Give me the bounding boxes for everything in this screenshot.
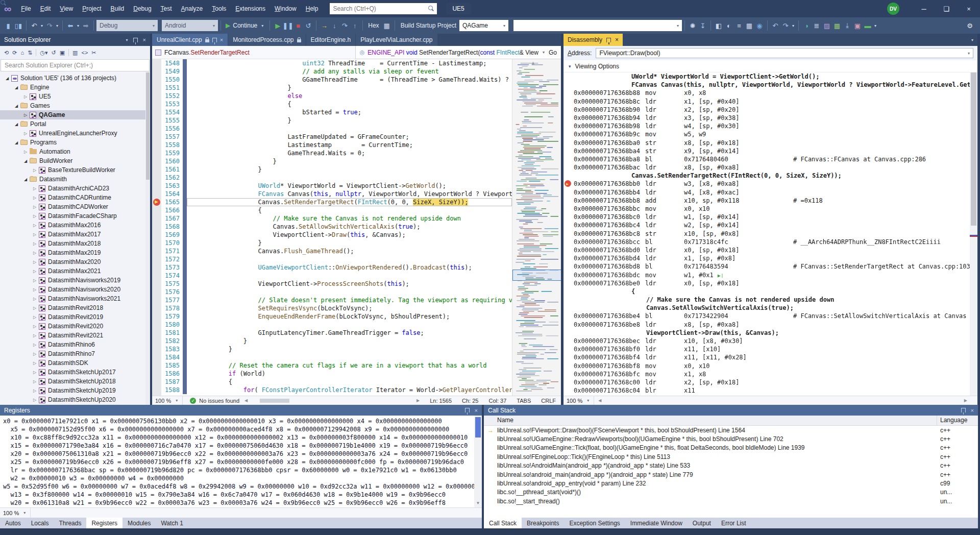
bottom-tab-output[interactable]: Output (688, 518, 716, 528)
expander-closed-icon[interactable]: ▷ (31, 232, 39, 237)
minimize-button[interactable]: ─ (913, 0, 935, 17)
disassembly-instruction[interactable]: 0x0000007176368bc8strx10, [sp, #0x8] (564, 230, 977, 238)
bottom-tab-breakpoints[interactable]: Breakpoints (522, 518, 564, 528)
menu-view[interactable]: View (55, 3, 78, 14)
disassembly-instruction[interactable]: 0x0000007176368be8ldrx8, [sp, #0xa8] (564, 321, 977, 329)
tree-item-buildworker[interactable]: ◢BuildWorker (0, 156, 150, 165)
dropdown-caret-icon[interactable]: ▾ (55, 23, 60, 28)
code-line-1554[interactable]: 1554bStarted = true; (161, 108, 512, 116)
expander-closed-icon[interactable]: ▷ (31, 241, 39, 246)
expander-open-icon[interactable]: ◢ (21, 159, 30, 163)
code-line-1569[interactable]: 1569ViewportClient->Draw(this, &Canvas); (161, 231, 512, 239)
code-line-1549[interactable]: 1549// add any stalls via sleep or feven… (161, 67, 512, 76)
go-button[interactable]: Go (549, 49, 557, 56)
disassembly-instruction[interactable]: 0x0000007176368becldrx10, [x8, #0x30] (564, 337, 977, 345)
bug-icon[interactable]: ▩ (832, 20, 842, 31)
minimap-scrollbar[interactable]: ▲ (512, 59, 561, 396)
tab-playlevelvialauncher-cpp[interactable]: PlayLevelViaLauncher.cpp (356, 34, 437, 46)
menu-project[interactable]: Project (78, 3, 106, 14)
bottom-tab-immediate-window[interactable]: Immediate Window (625, 518, 688, 528)
tree-item-unrealenginelauncherproxy[interactable]: ▷UnrealEngineLauncherProxy (0, 129, 150, 138)
navigate-back-icon[interactable]: ⬅ (65, 20, 76, 31)
disassembly-source-line[interactable]: UWorld* ViewportWorld = ViewportClient->… (564, 72, 977, 81)
code-line-1575[interactable]: 1575ViewportClient->ProcessScreenShots(t… (161, 280, 512, 288)
tree-item-datasmithnavisworks2021[interactable]: ▷DatasmithNavisworks2021 (0, 294, 150, 303)
window-layout-icon[interactable]: ▣ (852, 20, 863, 31)
expander-closed-icon[interactable]: ▷ (21, 113, 30, 117)
show-all-files-icon[interactable]: ▥ (72, 50, 78, 56)
tree-item-engine[interactable]: ◢Engine (0, 83, 150, 92)
expander-closed-icon[interactable]: ▷ (21, 150, 30, 154)
disassembly-instruction[interactable]: 0x0000007176368bbcmovx0, x10 (564, 205, 977, 213)
code-line-1571[interactable]: 1571Canvas.Flush_GameThread(); (161, 247, 512, 255)
code-view-icon[interactable]: <> (81, 50, 88, 56)
expander-closed-icon[interactable]: ▷ (31, 370, 39, 375)
chevron-down-icon[interactable]: ▾ (971, 38, 977, 42)
tree-item-automation[interactable]: ▷Automation (0, 147, 150, 156)
code-line-1577[interactable]: 1577// Slate doesn't present immediately… (161, 296, 512, 304)
code-line-1563[interactable]: 1563UWorld* ViewportWorld = ViewportClie… (161, 182, 512, 190)
breakpoint-current-statement-icon[interactable] (153, 199, 160, 206)
batch-build-icon[interactable]: ▨ (822, 20, 832, 31)
tree-item-datasmithcadworker[interactable]: ▷DatasmithCADWorker (0, 202, 150, 211)
menu-debug[interactable]: Debug (129, 3, 156, 14)
call-stack-frame[interactable]: libUnreal.so!UGameEngine::Tick(float, bo… (484, 444, 978, 452)
expander-closed-icon[interactable]: ▷ (31, 287, 39, 292)
tree-item-datasmithnavisworks2019[interactable]: ▷DatasmithNavisworks2019 (0, 276, 150, 285)
tree-item-datasmithmax2021[interactable]: ▷DatasmithMax2021 (0, 266, 150, 276)
tab-monitoredprocess-cpp[interactable]: MonitoredProcess.cpp (228, 34, 305, 46)
redo-icon[interactable]: ↷ (44, 20, 55, 31)
code-line-1583[interactable]: 1583} (161, 345, 512, 353)
close-icon[interactable]: × (971, 407, 974, 414)
code-line-1576[interactable]: 1576 (161, 288, 512, 296)
disassembly-instruction[interactable]: 0x0000007176368b98ldrw4, [sp, #0x30] (564, 122, 977, 130)
expander-open-icon[interactable]: ◢ (12, 85, 20, 90)
code-line-1586[interactable]: 1586if (World) (161, 370, 512, 378)
disassembly-instruction[interactable]: 0x0000007176368b94ldrx3, [sp, #0x38] (564, 114, 977, 122)
tree-scrollbar[interactable] (145, 71, 150, 405)
expander-closed-icon[interactable]: ▷ (21, 94, 30, 99)
dropdown-caret-icon[interactable]: ▾ (76, 23, 81, 28)
expander-open-icon[interactable]: ◢ (12, 104, 20, 108)
expander-open-icon[interactable]: ◢ (12, 122, 20, 127)
bottom-tab-watch-1[interactable]: Watch 1 (156, 518, 188, 528)
disassembly-instruction[interactable]: 0x0000007176368bfcmovx1, x8 (564, 370, 977, 378)
code-line-1567[interactable]: 1567// Make sure the Canvas is not rende… (161, 214, 512, 223)
hierarchy-icon[interactable]: ▦ (382, 20, 392, 31)
startup-project-dropdown[interactable]: QAGame▾ (459, 20, 508, 31)
disassembly-instruction[interactable]: 0x0000007176368bc0ldrw1, [sp, #0x14] (564, 213, 977, 221)
code-line-1584[interactable]: 1584 (161, 353, 512, 361)
menu-help[interactable]: Help (301, 3, 323, 14)
code-line-1557[interactable]: 1557LastFrameUpdated = GFrameCounter; (161, 133, 512, 141)
disassembly-instruction[interactable]: 0x0000007176368bf8movx0, x10 (564, 362, 977, 370)
code-line-1548[interactable]: 1548uint32 ThreadTime = CurrentTime - La… (161, 59, 512, 67)
disassembly-scrollbar[interactable] (970, 72, 977, 396)
expander-closed-icon[interactable]: ▷ (31, 333, 39, 338)
code-line-1578[interactable]: 1578SetRequiresVsync(bLockToVsync); (161, 304, 512, 312)
expander-open-icon[interactable]: ◢ (12, 140, 20, 145)
code-line-1587[interactable]: 1587{ (161, 378, 512, 386)
refresh-icon[interactable]: ↺ (51, 50, 56, 56)
menu-analyze[interactable]: Analyze (177, 3, 208, 14)
pin-icon[interactable] (606, 38, 611, 42)
disassembly-instruction[interactable]: 0x0000007176368be0ldrx0, [sp, #0x18] (564, 279, 977, 287)
disassembly-source-line[interactable]: { (564, 287, 977, 296)
code-line-1555[interactable]: 1555} (161, 116, 512, 125)
extension-icon[interactable]: ◉ (754, 20, 765, 31)
menu-build[interactable]: Build (106, 3, 129, 14)
disassembly-instruction[interactable]: 0x0000007176368ba0strx8, [sp, #0x18] (564, 139, 977, 147)
code-line-1550[interactable]: 1550GGameThreadTime = (ThreadTime > Game… (161, 76, 512, 84)
bottom-tab-autos[interactable]: Autos (0, 518, 26, 528)
dropdown-caret-icon[interactable]: ▾ (791, 23, 796, 28)
code-line-1561[interactable]: 1561} (161, 165, 512, 174)
expander-closed-icon[interactable]: ▷ (31, 315, 39, 320)
chevron-down-icon[interactable]: ▾ (543, 50, 545, 55)
restore-button[interactable]: ❏ (935, 0, 958, 17)
code-line-1562[interactable]: 1562 (161, 174, 512, 182)
sync-with-active-document-icon[interactable]: ⇅ (28, 50, 32, 56)
step-out-icon[interactable]: ↑ (350, 20, 360, 31)
expander-closed-icon[interactable]: ▷ (31, 398, 39, 402)
call-stack-frame[interactable]: libUnreal.so!AndroidMain(android_app *)(… (484, 461, 978, 470)
code-editor[interactable]: 1548uint32 ThreadTime = CurrentTime - La… (152, 59, 561, 396)
disassembly-instruction[interactable]: 0x0000007176368bc4ldrw2, [sp, #0x14] (564, 221, 977, 229)
